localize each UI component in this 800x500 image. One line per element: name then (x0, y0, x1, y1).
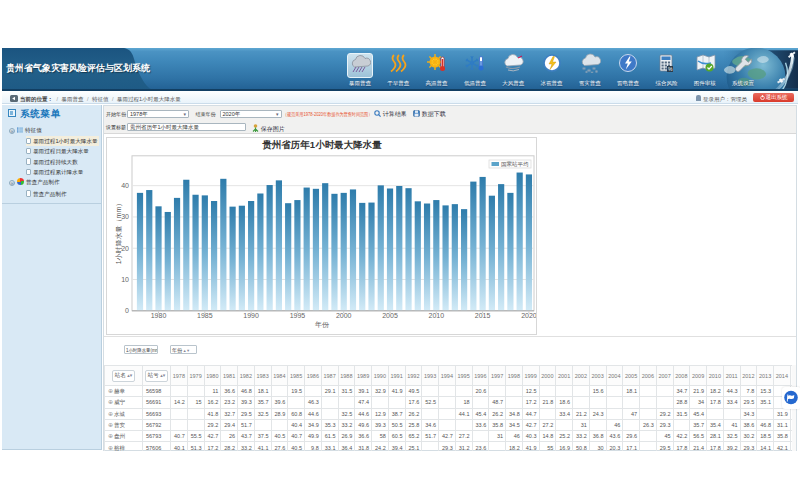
svg-text:0: 0 (125, 307, 129, 314)
svg-text:30: 30 (121, 213, 129, 220)
svg-text:国家站平均: 国家站平均 (501, 161, 529, 168)
svg-text:10: 10 (121, 276, 129, 283)
svg-text:%: % (668, 66, 673, 72)
svg-text:贵州省历年1小时最大降水量: 贵州省历年1小时最大降水量 (262, 139, 382, 150)
svg-text:年份: 年份 (315, 321, 330, 329)
svg-text:1小时降水量（mm）: 1小时降水量（mm） (115, 200, 123, 265)
svg-text:20: 20 (121, 245, 129, 252)
svg-text:40: 40 (121, 182, 129, 189)
